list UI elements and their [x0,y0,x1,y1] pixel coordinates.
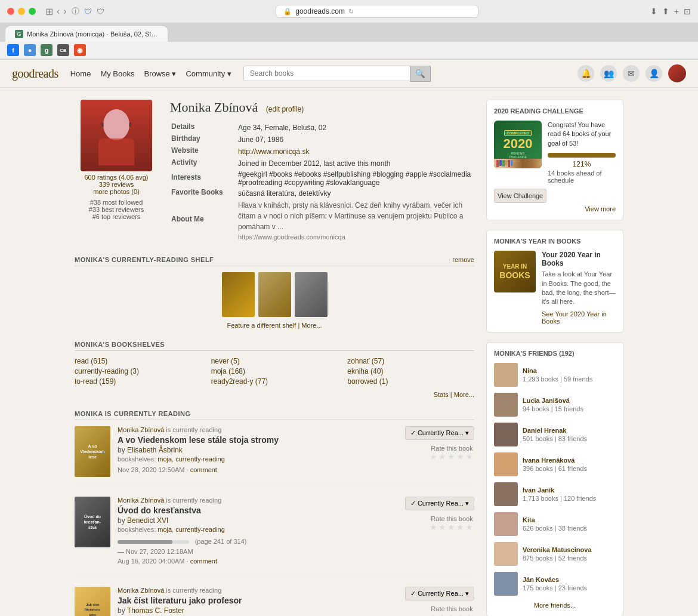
shelf-current-link-1[interactable]: currently-reading [175,455,225,463]
reading-author-link-1[interactable]: Elisabeth Åsbrink [127,446,183,454]
reading-user-link-1[interactable]: Monika Zbínová [118,426,164,433]
friend-avatar-jan[interactable] [494,572,518,596]
friend-avatar-lucia[interactable] [494,393,518,417]
stars-2[interactable]: ★★★★★ [430,522,474,532]
ext2[interactable]: ● [24,44,36,56]
reviews-link[interactable]: 339 reviews [84,181,148,188]
friend-info-kita: Kita 626 books | 38 friends [523,516,616,532]
book-cover-3[interactable]: Jak čístliteraturujakoprofesor [75,587,110,616]
download-icon[interactable]: ⬇ [650,7,657,16]
minimize-button[interactable] [18,8,25,15]
year-books-link[interactable]: See Your 2020 Year in Books [542,310,607,325]
book-cover-2[interactable]: Úvod dokresťan-stva [75,497,110,547]
reading-user-link-2[interactable]: Monika Zbínová [118,497,164,504]
friend-name-ivan[interactable]: Ivan Janík [523,486,616,494]
reading-author-link-2[interactable]: Benedict XVI [127,516,168,525]
friend-info-ivan: Ivan Janík 1,713 books | 120 friends [523,486,616,502]
shelf-read[interactable]: read (615) [75,357,202,365]
search-input[interactable] [243,66,410,81]
currently-reading-btn-2[interactable]: ✓ Currently Rea... ▾ [405,497,474,510]
ratings-link[interactable]: 600 ratings (4.06 avg) [84,174,148,181]
friend-name-jan[interactable]: Ján Kovács [523,576,616,583]
close-button[interactable] [7,8,14,15]
remove-link[interactable]: remove [452,256,474,263]
forward-icon[interactable]: › [63,6,66,17]
view-more-anchor[interactable]: View more [585,205,616,212]
friend-name-kita[interactable]: Kita [523,516,616,523]
maximize-button[interactable] [29,8,36,15]
view-challenge-btn[interactable]: View Challenge [494,189,546,203]
website-link[interactable]: http://www.monicqa.sk [238,147,309,156]
notifications-icon[interactable]: 🔔 [577,65,594,82]
shelf-current-link-2[interactable]: currently-reading [175,526,225,533]
shelf-ready2read[interactable]: ready2read-y (77) [211,377,338,386]
new-tab-icon[interactable]: + [674,7,679,16]
feature-shelf-link[interactable]: Feature a different shelf | More... [227,322,322,329]
nav-community[interactable]: Community ▾ [186,69,231,78]
shelf-book-1[interactable] [222,272,255,317]
edit-profile-link[interactable]: (edit profile) [266,105,304,113]
shelf-moja-link-2[interactable]: moja [157,526,172,533]
active-tab[interactable]: G Monika Zbínová (monicqa) - Beluša, 02,… [5,26,168,42]
stars-3[interactable]: ★★★★★ [430,612,474,616]
comment-link-1[interactable]: comment [190,466,217,473]
messages-icon[interactable]: ✉ [623,65,640,82]
nav-home[interactable]: Home [70,69,91,78]
shelf-book-3[interactable] [295,272,328,317]
more-friends-anchor[interactable]: More friends... [534,602,576,609]
profile-section: 600 ratings (4.06 avg) 339 reviews more … [75,100,474,242]
reading-title-link-3[interactable]: Jak číst literaturu jako profesor [118,596,242,605]
shelf-to-read[interactable]: to-read (159) [75,377,202,386]
share-icon[interactable]: ⬆ [662,7,669,16]
ext5[interactable]: ◉ [74,44,86,56]
ext3[interactable]: g [41,44,52,56]
friend-avatar-veronika[interactable] [494,542,518,566]
shelf-moja[interactable]: moja (168) [211,367,338,375]
more-friends-link[interactable]: More friends... [494,602,616,609]
shelf-moja-link-1[interactable]: moja [157,455,172,463]
reading-author-link-3[interactable]: Thomas C. Foster [127,606,184,615]
friend-avatar-ivana[interactable] [494,452,518,476]
friend-avatar-daniel[interactable] [494,423,518,446]
recommendations-icon[interactable]: 👤 [646,65,662,82]
nav-my-books[interactable]: My Books [100,69,134,78]
facebook-extension[interactable]: f [7,44,19,56]
address-input[interactable]: 🔒 goodreads.com ↻ [276,5,478,18]
shelf-currently-reading[interactable]: currently-reading (3) [75,367,202,375]
nav-browse[interactable]: Browse ▾ [144,69,176,78]
shelf-never[interactable]: never (5) [211,357,338,365]
friends-icon[interactable]: 👥 [600,65,617,82]
shelf-borrowed[interactable]: borrowed (1) [347,377,474,386]
rate-label-2: Rate this book [430,515,474,522]
ext4[interactable]: CB [57,44,69,56]
sidebar-toggle-icon[interactable]: ⊞ [45,6,53,17]
currently-reading-btn-1[interactable]: ✓ Currently Rea... ▾ [405,426,474,440]
stars-1[interactable]: ★★★★★ [430,452,474,461]
search-button[interactable]: 🔍 [410,66,431,82]
friend-name-daniel[interactable]: Daniel Hrenak [523,427,616,434]
photos-link[interactable]: more photos (0) [84,188,148,195]
friend-name-veronika[interactable]: Veronika Matuscinova [523,546,616,553]
shelf-ekniha[interactable]: ekniha (40) [347,367,474,375]
shelf-book-2[interactable] [258,272,291,317]
user-avatar[interactable] [668,64,686,82]
friend-name-lucia[interactable]: Lucia Janišová [523,397,616,404]
shelf-zohnat[interactable]: zohnať (57) [347,357,474,365]
stats-link[interactable]: Stats | More... [434,391,474,398]
reading-user-link-3[interactable]: Monika Zbínová [118,587,164,594]
comment-link-2[interactable]: comment [190,558,217,565]
friend-avatar-kita[interactable] [494,512,518,536]
goodreads-logo[interactable]: goodreads [12,66,58,81]
shelf-title: MONIKA'S CURRENTLY-READING SHELF [75,256,214,263]
tabs-icon[interactable]: ⊡ [684,7,691,16]
back-icon[interactable]: ‹ [57,6,60,17]
friend-avatar-ivan[interactable] [494,482,518,506]
friend-name-ivana[interactable]: Ivana Hrenáková [523,457,616,464]
book-cover-1[interactable]: A voViedenskomlese [75,426,110,477]
friend-name-nina[interactable]: Nina [523,367,616,374]
friend-avatar-nina[interactable] [494,363,518,387]
reading-title-link-2[interactable]: Úvod do kresťanstva [118,506,201,515]
reading-title-link-1[interactable]: A vo Viedenskom lese stále stoja stromy [118,435,279,445]
currently-reading-btn-3[interactable]: ✓ Currently Rea... ▾ [405,587,474,600]
browser-addressbar[interactable]: 🔒 goodreads.com ↻ [109,5,646,18]
